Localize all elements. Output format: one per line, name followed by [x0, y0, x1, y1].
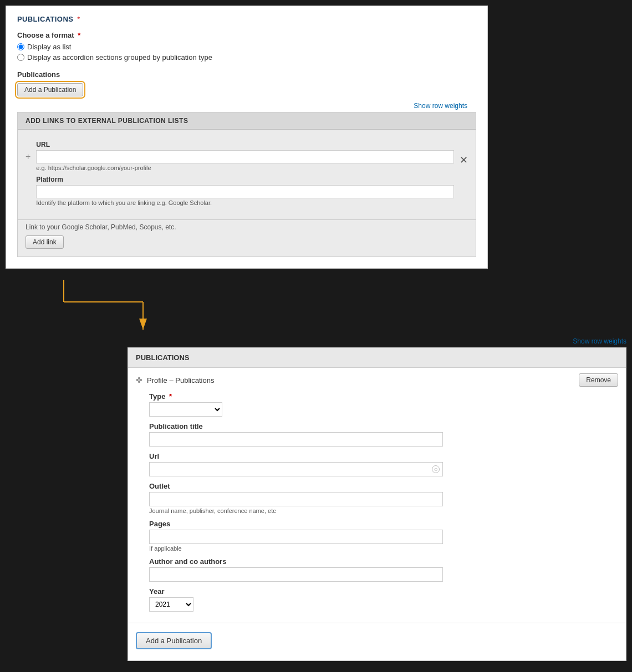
year-field-group: Year 2021 2020 2019 2018 2017 2016 2015 [149, 587, 618, 612]
add-publication-button-bottom[interactable]: Add a Publication [136, 632, 212, 649]
show-row-weights-link[interactable]: Show row weights [414, 102, 467, 110]
add-publication-button-top[interactable]: Add a Publication [17, 83, 83, 96]
link-remove-button[interactable]: ✕ [460, 154, 468, 166]
add-link-button[interactable]: Add link [26, 235, 64, 249]
publication-item-left: ✤ Profile – Publications [136, 376, 214, 384]
radio-list-input[interactable] [17, 43, 24, 50]
platform-field-label: Platform [36, 176, 454, 183]
bottom-publications-header: PUBLICATIONS [128, 348, 626, 368]
external-links-header: ADD LINKS TO EXTERNAL PUBLICATION LISTS [18, 112, 476, 130]
publication-title-label: Publication title [149, 422, 618, 430]
url-input[interactable] [36, 150, 454, 163]
remove-button[interactable]: Remove [579, 373, 618, 387]
bottom-panel: PUBLICATIONS ✤ Profile – Publications Re… [128, 347, 626, 661]
format-label: Choose a format * [17, 31, 476, 39]
top-panel: PUBLICATIONS * Choose a format * Display… [6, 6, 488, 269]
publication-title-field-group: Publication title [149, 422, 618, 447]
publication-item: ✤ Profile – Publications Remove Type * –… [128, 368, 626, 623]
authors-label: Author and co authors [149, 557, 618, 566]
type-select[interactable]: – Select a value – Journal Article Book … [149, 402, 222, 417]
link-row: + URL e.g. https://scholar.google.com/yo… [26, 136, 468, 206]
link-drag-handle[interactable]: + [26, 152, 30, 162]
top-section-title: PUBLICATIONS [17, 15, 73, 23]
radio-accordion-label[interactable]: Display as accordion sections grouped by… [27, 53, 212, 61]
pub-url-label: Url [149, 452, 618, 460]
show-row-weights-bottom-top[interactable]: Show row weights [573, 337, 626, 345]
publications-label: Publications [17, 70, 476, 79]
url-field-group: Url ○ [149, 452, 618, 476]
pub-item-label: Profile – Publications [147, 376, 214, 384]
outlet-hint: Journal name, publisher, conference name… [149, 507, 618, 514]
add-link-hint: Link to your Google Scholar, PubMed, Sco… [26, 223, 468, 231]
publication-fields: Type * – Select a value – Journal Articl… [149, 392, 618, 612]
external-links-footer: Link to your Google Scholar, PubMed, Sco… [18, 219, 476, 257]
year-select[interactable]: 2021 2020 2019 2018 2017 2016 2015 [149, 597, 193, 612]
external-links-section: ADD LINKS TO EXTERNAL PUBLICATION LISTS … [17, 112, 476, 257]
year-label: Year [149, 587, 618, 596]
pages-label: Pages [149, 520, 618, 528]
outlet-input[interactable] [149, 492, 443, 506]
pages-input[interactable] [149, 530, 443, 544]
row-weights-top-container: Show row weights [0, 335, 626, 347]
platform-hint: Identify the platform to which you are l… [36, 199, 454, 206]
type-field-group: Type * – Select a value – Journal Articl… [149, 392, 618, 417]
url-hint: e.g. https://scholar.google.com/your-pro… [36, 165, 454, 171]
outlet-field-group: Outlet Journal name, publisher, conferen… [149, 482, 618, 514]
url-clear-icon[interactable]: ○ [432, 465, 440, 473]
url-field-label: URL [36, 141, 454, 148]
authors-field-group: Author and co authors [149, 557, 618, 582]
external-links-body: + URL e.g. https://scholar.google.com/yo… [18, 130, 476, 214]
radio-accordion-input[interactable] [17, 54, 24, 61]
pages-hint: If applicable [149, 545, 618, 552]
url-input-wrapper: ○ [149, 462, 443, 476]
outlet-label: Outlet [149, 482, 618, 490]
radio-list-label[interactable]: Display as list [27, 43, 71, 51]
link-fields: URL e.g. https://scholar.google.com/your… [36, 136, 454, 206]
bottom-add-publication-container: Add a Publication [128, 623, 626, 660]
publication-item-header: ✤ Profile – Publications Remove [136, 373, 618, 387]
pub-drag-handle[interactable]: ✤ [136, 376, 142, 384]
authors-input[interactable] [149, 567, 443, 582]
top-required-star: * [77, 15, 80, 23]
platform-input[interactable] [36, 185, 454, 198]
radio-display-list[interactable]: Display as list [17, 43, 476, 51]
publication-title-input[interactable] [149, 432, 443, 447]
arrow-annotation [6, 274, 150, 335]
radio-display-accordion[interactable]: Display as accordion sections grouped by… [17, 53, 476, 61]
type-label: Type * [149, 392, 618, 401]
pages-field-group: Pages If applicable [149, 520, 618, 552]
pub-url-input[interactable] [149, 462, 443, 476]
